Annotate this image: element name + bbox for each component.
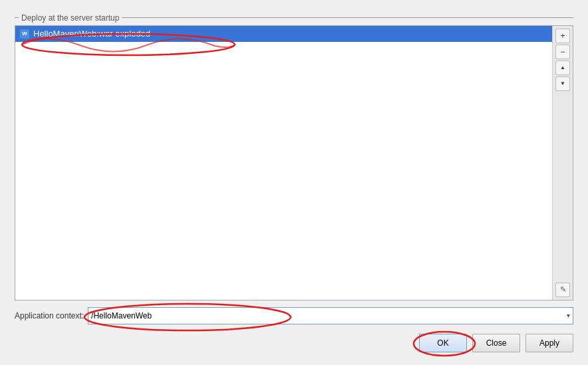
add-button[interactable]: +: [555, 29, 570, 43]
deploy-list-item[interactable]: W HelloMavenWeb:war exploded: [15, 26, 552, 42]
deploy-section-wrapper: Deploy at the server startup W HelloMave…: [15, 13, 573, 301]
context-input-wrapper: ▾: [88, 307, 573, 324]
context-label: Application context:: [15, 311, 84, 320]
artifact-icon: W: [19, 29, 30, 39]
context-row: Application context: ▾: [15, 307, 573, 324]
move-up-button[interactable]: ▲: [555, 61, 570, 75]
context-input[interactable]: [91, 311, 567, 320]
pencil-icon: ✎: [560, 285, 566, 294]
edit-button[interactable]: ✎: [555, 283, 570, 297]
ok-button[interactable]: OK: [419, 334, 467, 352]
move-down-button[interactable]: ▼: [555, 76, 570, 91]
remove-button[interactable]: −: [555, 45, 570, 59]
deploy-item-label: HelloMavenWeb:war exploded: [33, 29, 150, 39]
sidebar-buttons: + − ▲ ▼ ✎: [552, 26, 573, 300]
deploy-list: W HelloMavenWeb:war exploded: [15, 26, 552, 300]
main-dialog: Deploy at the server startup W HelloMave…: [8, 7, 580, 359]
close-button[interactable]: Close: [472, 334, 520, 352]
button-row: OK Close Apply: [15, 334, 573, 352]
context-dropdown-arrow[interactable]: ▾: [567, 312, 570, 319]
apply-button[interactable]: Apply: [525, 334, 573, 352]
section-label: Deploy at the server startup: [15, 13, 573, 23]
deploy-list-container: W HelloMavenWeb:war exploded + − ▲ ▼: [15, 25, 573, 301]
